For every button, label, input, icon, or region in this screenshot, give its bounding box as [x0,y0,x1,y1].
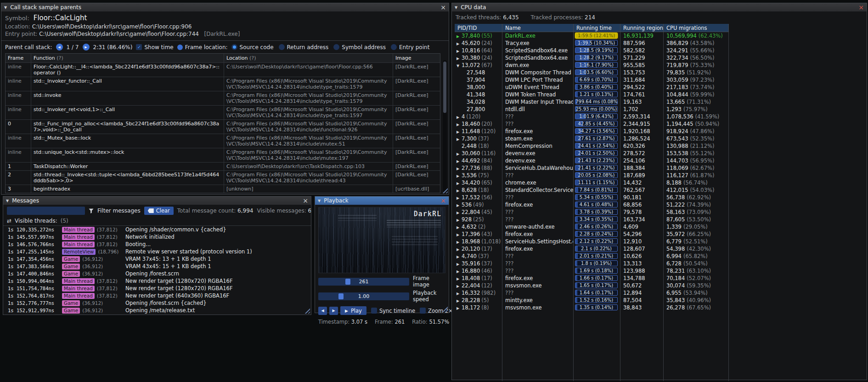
pid-cell[interactable]: ▶37,840(55) [455,32,502,39]
function-cell[interactable]: std::invoke [31,91,224,105]
expand-icon[interactable]: ▶ [457,305,462,311]
radio-option[interactable]: Source code [231,44,274,51]
callstack-row[interactable]: 2 std::thread::_Invoke<std::tuple<<lambd… [6,170,440,185]
pid-cell[interactable]: ▶7,300(37) [455,135,502,142]
expand-icon[interactable]: ▶ [457,173,462,179]
pid-cell[interactable]: ▶27,736(88) [455,164,502,172]
thread-badge[interactable]: Game [62,271,80,277]
cpu-row[interactable]: 2,448(18) MemCompression 24.41 s (2.54%)… [455,142,867,150]
thread-badge[interactable]: Main thread [62,227,95,233]
thread-badge[interactable]: Main thread [62,234,95,240]
pid-cell[interactable]: ▶4(120) [455,113,502,120]
collapse-icon[interactable]: ▼ [318,199,321,203]
expand-icon[interactable]: ▶ [457,33,462,39]
expand-icon[interactable]: ▶ [457,261,462,267]
cpu-row[interactable]: ▶11,648(120) firefox.exe 34.27 s (3.56%)… [455,128,867,135]
cpu-row[interactable]: ▶4,632(2) vmware-authd.exe 2.46 s (0.26%… [455,223,867,230]
cpu-row[interactable]: ▶17,532(56) ??? 5.34 s (0.55%) 90,181 56… [455,194,867,201]
expand-icon[interactable]: ▶ [457,298,462,304]
expand-icon[interactable]: ▶ [457,129,462,135]
radio-option[interactable]: Entry point [391,44,429,51]
thread-badge[interactable]: Main thread [62,286,95,292]
pid-cell[interactable]: ▶34,420(65) [455,179,502,186]
expand-icon[interactable]: ▶ [457,187,462,194]
expand-icon[interactable]: ▶ [457,224,462,230]
message-row[interactable]: 1s 152,764,817ns Main thread (37,812) Ne… [3,292,311,299]
expand-icon[interactable]: ▶ [457,136,462,142]
cpu-row[interactable]: ▶8,628(18) StandardCollector.Service.e 7… [455,186,867,194]
pid-cell[interactable]: 27,548 [455,69,502,76]
message-row[interactable]: 1s 145,557,997ns Main thread (37,812) Ne… [3,233,311,241]
pid-cell[interactable]: ▶3,536(75) [455,172,502,179]
message-row[interactable]: 1s 147,383,566ns Game (36,912) VRAM 43x4… [3,263,311,270]
message-row[interactable]: 1s 152,776,777ns Game (36,912) Opening /… [3,299,311,307]
close-icon[interactable]: × [303,197,308,204]
pid-cell[interactable]: ▶18,172(8) [455,304,502,311]
pid-cell[interactable]: ▶17,396(43) [455,230,502,238]
function-cell[interactable]: std::thread::_Invoke<std::tuple<<lambda_… [31,170,224,185]
callstack-row[interactable]: 3 beginthreadex [unknown] [ucrtbase.dll] [6,185,440,193]
expand-icon[interactable]: ▶ [457,114,462,120]
thread-badge[interactable]: Game [62,308,80,314]
callstack-row[interactable]: inline std::_Invoker_ret<void,1>::_Call … [6,105,440,119]
expand-icon[interactable]: ▶ [457,55,462,62]
cpu-row[interactable]: ▶7,300(37) steam.exe 27.61 s (2.87%) 1,2… [455,135,867,142]
radio-option[interactable]: Return address [279,44,329,51]
cpu-row[interactable]: ▶44,692(84) devenv.exe 21.43 s (2.23%) 2… [455,157,867,164]
thread-badge[interactable]: Main thread [62,293,95,299]
cpu-row[interactable]: ▶4,740(37) ??? 2.01 s (0.21%) 10,626 6,9… [455,253,867,260]
prev-frame-button[interactable]: ◀ [318,307,327,315]
filter-input[interactable] [7,207,85,215]
cpu-row[interactable]: ▶35,916(37) ??? 1.8 s (0.19%) 13,313 6,7… [455,260,867,267]
pid-cell[interactable]: ▶11,648(120) [455,128,502,135]
callstack-row[interactable]: inline Floor::CalcLight::__l4::<lambda_5… [6,62,440,77]
expand-icon[interactable]: ▶ [457,275,462,282]
cpu-row[interactable]: ▶45,620(24) Tracy.exe 1:39.5 (10.34%) 88… [455,39,867,47]
cpu-row[interactable]: ▶10,816(64) ScriptedSandbox64.exe 1:28.5… [455,47,867,54]
expand-icon[interactable]: ▶ [457,180,462,186]
thread-badge[interactable]: Game [62,300,80,306]
cpu-row[interactable]: ▶28,228(5) mintty.exe 1.52 s (0.16%) 87,… [455,297,867,304]
cpu-titlebar[interactable]: ▼ CPU data × [452,3,867,11]
pid-cell[interactable]: ▶4,740(37) [455,253,502,260]
cpu-row[interactable]: ▶4(120) ??? 1:01.9 (6.43%) 2,593,314 1,0… [455,113,867,120]
thread-badge[interactable]: Game [62,264,80,270]
pid-cell[interactable]: ▶35,916(37) [455,260,502,267]
expand-icon[interactable]: ▶ [457,290,462,297]
prev-stack-button[interactable]: ◀ [56,44,63,51]
pid-cell[interactable]: ▶10,816(64) [455,47,502,54]
expand-icon[interactable]: ▶ [457,283,462,289]
pid-cell[interactable]: ▶22,804(45) [455,208,502,216]
message-row[interactable]: 1s 150,994,064ns Main thread (37,812) Ne… [3,277,311,285]
cpu-row[interactable]: ▶18,408(17) firefox.exe 1.66 s (0.17%) 1… [455,275,867,282]
function-cell[interactable]: TaskDispatch::Worker [31,162,224,170]
cpu-row[interactable]: 38,000 uDWM Event Thread 3.86 s (0.40%) … [455,84,867,91]
message-row[interactable]: 1s 120,335,272ns Main thread (37,812) Op… [3,226,311,233]
frame-slider[interactable]: 261 [318,278,409,286]
close-icon[interactable]: × [440,4,446,11]
thread-badge[interactable]: Game [62,256,80,262]
pid-cell[interactable]: 41,348 [455,91,502,98]
thread-badge[interactable]: RemoteView [62,249,96,255]
cpu-column-header[interactable]: CPU migrations [664,24,729,32]
cpu-column-header[interactable]: Running time [574,24,620,32]
message-row[interactable]: 1s 147,255,145ns RemoteView (18,796) Rem… [3,248,311,255]
pid-cell[interactable]: 27,800 [455,106,502,113]
expand-icon[interactable]: ▶ [457,202,462,208]
callstack-row[interactable]: 0 std::_Func_impl_no_alloc<<lambda_5bc22… [6,119,440,134]
cpu-column-header[interactable]: Name [502,24,574,32]
expand-icon[interactable]: ▶ [457,268,462,275]
function-cell[interactable]: std::_Mutex_base::lock [31,134,224,148]
message-row[interactable]: 1s 152,912,997ns Game (36,912) Opening /… [3,307,311,314]
cpu-row[interactable]: ▶16,880(46) ??? 1.69 s (0.18%) 123,988 7… [455,267,867,275]
cpu-row[interactable]: ▶18,172(8) msvsmon.exe 1.35 s (0.14%) 38… [455,304,867,311]
function-cell[interactable]: std::_Func_impl_no_alloc<<lambda_5bc224f… [31,119,224,134]
callstack-row[interactable]: 1 TaskDispatch::Worker C:\Users\wolf\Des… [6,162,440,170]
next-frame-button[interactable]: ▶ [329,307,338,315]
cpu-row[interactable]: ▶536(49) firefox.exe 4.61 s (0.48%) 68,8… [455,201,867,208]
cpu-row[interactable]: ▶37,840(55) DarkRL.exe 1:59.5 (12.41%) 1… [455,32,867,39]
pid-cell[interactable]: ▶8,628(18) [455,186,502,194]
pid-cell[interactable]: ▼13,072(67) [455,62,502,69]
cpu-row[interactable]: ▶18,460(20) ??? 42.85 s (4.45%) 2,344,91… [455,120,867,128]
pid-cell[interactable]: 37,904 [455,76,502,84]
